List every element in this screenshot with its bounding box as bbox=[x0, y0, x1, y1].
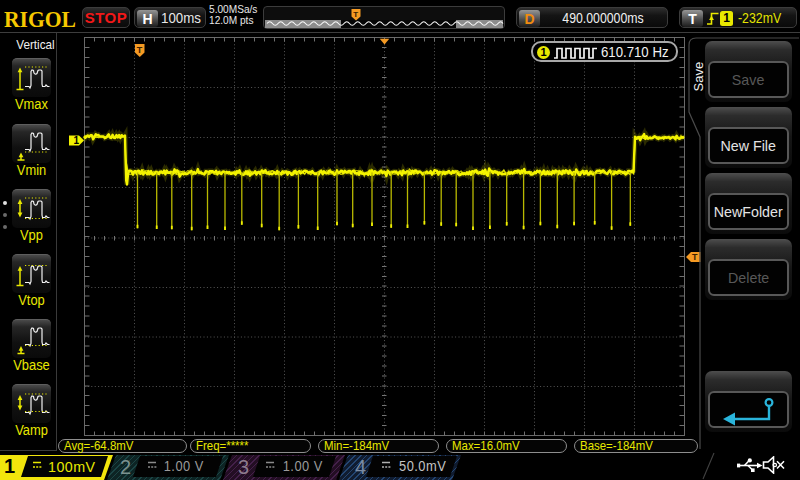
svg-text:T: T bbox=[353, 10, 358, 19]
svg-text:1: 1 bbox=[74, 135, 80, 146]
svg-text:T: T bbox=[137, 45, 143, 55]
